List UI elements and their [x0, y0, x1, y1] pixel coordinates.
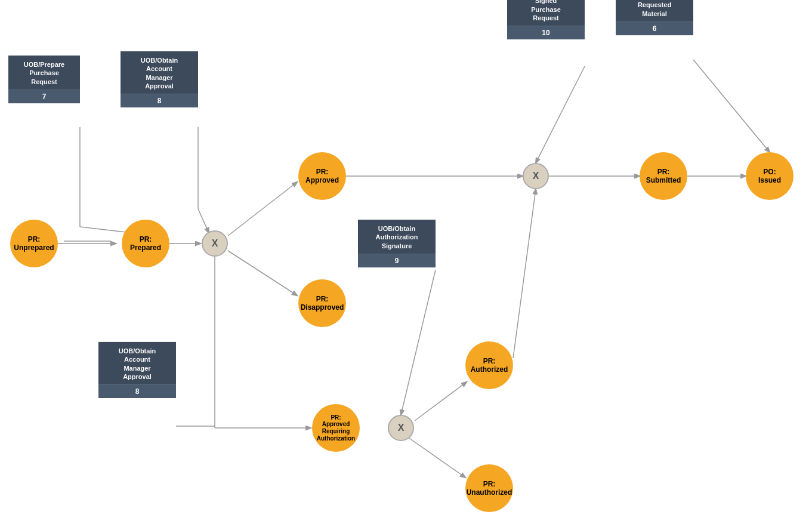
state-label-bottom: ApprovedRequiringAuthorization [317, 421, 355, 442]
state-pr-authorized: PR: Authorized [465, 341, 513, 389]
gateway-symbol: X [398, 423, 405, 433]
svg-line-6 [198, 209, 209, 233]
gateway-symbol: X [212, 238, 218, 249]
state-label-top: PR: [657, 168, 670, 176]
task-number: 8 [98, 384, 176, 398]
svg-line-4 [80, 227, 131, 233]
svg-line-13 [401, 270, 436, 415]
state-label-bottom: Prepared [130, 244, 161, 252]
gateway-3: X [388, 415, 414, 441]
task-title: UOB/ObtainAuthorizationSignature [358, 220, 436, 254]
state-label-bottom: Unprepared [14, 244, 54, 252]
task-number: 7 [8, 90, 80, 103]
task-title: UOB/PreparePurchaseRequest [8, 56, 80, 90]
task-prepare-purchase-request: UOB/PreparePurchaseRequest 7 [8, 56, 80, 103]
task-submit-signed-purchase-request: UOB/SubmitSignedPurchaseRequest 10 [507, 0, 585, 39]
task-title: UOB/ObtainAccountManagerApproval [98, 342, 176, 384]
task-title: UOB/SubmitSignedPurchaseRequest [507, 0, 585, 26]
state-label-bottom: Authorized [471, 365, 508, 374]
svg-line-14 [415, 382, 467, 421]
state-label-top: PR: [316, 168, 329, 176]
state-label-bottom: Disapproved [301, 303, 344, 312]
state-pr-approved-requiring-authorization: PR: ApprovedRequiringAuthorization [312, 404, 360, 452]
state-pr-prepared: PR: Prepared [122, 220, 169, 267]
workflow-diagram: UOB/PreparePurchaseRequest 7 UOB/ObtainA… [0, 0, 812, 530]
state-pr-approved: PR: Approved [298, 152, 346, 200]
state-label-top: PR: [140, 235, 152, 244]
state-label-top: PO: [763, 168, 776, 176]
state-pr-submitted: PR: Submitted [640, 152, 687, 200]
state-label-bottom: Unauthorized [467, 488, 512, 497]
state-label-top: PR: [316, 295, 329, 303]
task-order-requested-material: UOB/OrderRequestedMaterial 6 [616, 0, 693, 35]
svg-line-8 [228, 251, 297, 295]
state-pr-unauthorized: PR: Unauthorized [465, 464, 513, 512]
state-label-top: PR: [331, 414, 341, 421]
svg-line-15 [406, 436, 465, 477]
svg-line-19 [536, 66, 585, 163]
gateway-1: X [202, 230, 228, 257]
state-label-top: PR: [483, 480, 496, 488]
state-label-bottom: Approved [305, 176, 339, 184]
state-label-bottom: Submitted [646, 176, 681, 184]
state-po-issued: PO: Issued [746, 152, 794, 200]
state-label-top: PR: [483, 357, 496, 365]
task-obtain-account-manager-approval-2: UOB/ObtainAccountManagerApproval 8 [98, 342, 176, 398]
state-label-bottom: Issued [758, 176, 781, 184]
task-number: 8 [121, 94, 198, 107]
svg-line-7 [228, 182, 297, 236]
task-obtain-authorization-signature: UOB/ObtainAuthorizationSignature 9 [358, 220, 436, 267]
task-title: UOB/OrderRequestedMaterial [616, 0, 693, 21]
task-title: UOB/ObtainAccountManagerApproval [121, 51, 198, 94]
state-label-top: PR: [28, 235, 41, 244]
task-obtain-account-manager-approval-1: UOB/ObtainAccountManagerApproval 8 [121, 51, 198, 107]
state-pr-unprepared: PR: Unprepared [10, 220, 58, 267]
task-number: 10 [507, 26, 585, 39]
svg-line-16 [513, 189, 536, 358]
gateway-2: X [523, 163, 549, 189]
task-number: 6 [616, 21, 693, 35]
task-number: 9 [358, 254, 436, 267]
state-pr-disapproved: PR: Disapproved [298, 279, 346, 327]
svg-line-20 [693, 60, 770, 152]
gateway-symbol: X [533, 171, 539, 181]
